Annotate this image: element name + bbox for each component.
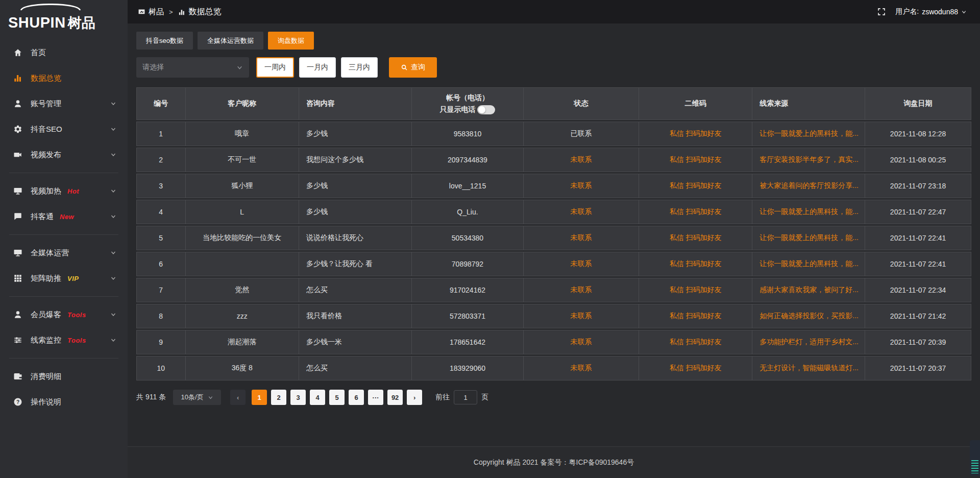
table-row: 6 多少钱？让我死心 看 70898792 未联系 私信 扫码加好友 让你一眼就… <box>136 252 971 276</box>
cell-qrcode[interactable]: 私信 扫码加好友 <box>639 356 752 380</box>
cell-date: 2021-11-07 20:39 <box>865 330 971 354</box>
cell-account: 917024162 <box>412 278 524 302</box>
next-page-button[interactable]: › <box>407 390 422 405</box>
cell-qrcode[interactable]: 私信 扫码加好友 <box>639 226 752 250</box>
sidebar-divider <box>9 296 118 297</box>
cell-source[interactable]: 多功能护栏灯，适用于乡村文... <box>752 330 865 354</box>
logo-text: SHUPIN树品 <box>8 15 128 30</box>
cell-source[interactable]: 无主灯设计，智能磁吸轨道灯... <box>752 356 865 380</box>
goto-label: 前往 <box>435 393 450 402</box>
cell-source[interactable]: 如何正确选择投影仪，买投影... <box>752 304 865 328</box>
cell-qrcode[interactable]: 私信 扫码加好友 <box>639 330 752 354</box>
cell-source[interactable]: 让你一眼就爱上的黑科技，能... <box>752 200 865 224</box>
column-header: 询盘日期 <box>865 87 971 120</box>
prev-page-button[interactable]: ‹ <box>230 390 246 405</box>
sidebar-item-video-heat[interactable]: 视频加热Hot <box>0 178 128 204</box>
page-button-92[interactable]: 92 <box>387 390 403 405</box>
sidebar-badge: VIP <box>67 275 79 282</box>
sidebar-item-account-manage[interactable]: 账号管理 <box>0 91 128 116</box>
sidebar-item-label: 抖音SEO <box>31 125 62 134</box>
tab-全媒体运营数据[interactable]: 全媒体运营数据 <box>198 32 263 50</box>
cell-qrcode[interactable]: 私信 扫码加好友 <box>639 122 752 146</box>
sidebar-item-operation-guide[interactable]: ?操作说明 <box>0 389 128 415</box>
cell-source[interactable]: 让你一眼就爱上的黑科技，能... <box>752 252 865 276</box>
table-row: 9 潮起潮落 多少钱一米 178651642 未联系 私信 扫码加好友 多功能护… <box>136 330 971 354</box>
cell-source[interactable]: 感谢大家喜欢我家，被问了好... <box>752 278 865 302</box>
period-button-三月内[interactable]: 三月内 <box>341 57 378 78</box>
filter-row: 请选择 一周内一月内三月内 查询 <box>136 57 971 78</box>
floating-widget[interactable] <box>970 440 980 476</box>
table-row: 3 狐小狸 多少钱 love__1215 未联系 私信 扫码加好友 被大家追着问… <box>136 174 971 198</box>
cell-nickname: zzz <box>186 304 299 328</box>
chevron-down-icon <box>110 337 116 343</box>
widget-stripes-icon <box>971 460 978 473</box>
page-button-2[interactable]: 2 <box>271 390 286 405</box>
cell-status: 未联系 <box>524 226 639 250</box>
page-more-button[interactable]: ··· <box>368 390 383 405</box>
page-button-5[interactable]: 5 <box>329 390 345 405</box>
app-logo[interactable]: SHUPIN树品 <box>0 0 128 33</box>
cell-qrcode[interactable]: 私信 扫码加好友 <box>639 148 752 172</box>
query-button[interactable]: 查询 <box>389 57 437 78</box>
tab-抖音seo数据[interactable]: 抖音seo数据 <box>136 32 193 50</box>
inquiry-table: 编号客户昵称咨询内容帐号（电话）只显示电话状态二维码线索来源询盘日期 1 哦章 … <box>136 86 971 382</box>
cell-account: love__1215 <box>412 174 524 198</box>
breadcrumb-root[interactable]: 树品 <box>138 7 164 17</box>
sidebar-item-label: 消费明细 <box>31 372 61 381</box>
goto-page-input[interactable] <box>454 390 477 404</box>
cell-qrcode[interactable]: 私信 扫码加好友 <box>639 200 752 224</box>
cell-account: 178651642 <box>412 330 524 354</box>
fullscreen-icon[interactable] <box>877 7 886 16</box>
page-button-3[interactable]: 3 <box>290 390 306 405</box>
period-button-一月内[interactable]: 一月内 <box>299 57 336 78</box>
cell-qrcode[interactable]: 私信 扫码加好友 <box>639 252 752 276</box>
sidebar-item-member-baoke[interactable]: 会员爆客Tools <box>0 302 128 327</box>
sidebar-item-home[interactable]: 首页 <box>0 40 128 65</box>
tab-询盘数据[interactable]: 询盘数据 <box>268 32 314 50</box>
cell-content: 多少钱 <box>299 174 412 198</box>
table-header-row: 编号客户昵称咨询内容帐号（电话）只显示电话状态二维码线索来源询盘日期 <box>136 87 971 120</box>
sidebar-item-douketong[interactable]: 抖客通New <box>0 204 128 229</box>
sidebar-item-video-publish[interactable]: 视频发布 <box>0 142 128 168</box>
footer: Copyright 树品 2021 备案号：粤ICP备09019646号 <box>128 446 980 478</box>
sidebar-item-matrix-boost[interactable]: 矩阵助推VIP <box>0 266 128 291</box>
chevron-down-icon <box>961 9 967 15</box>
query-button-label: 查询 <box>411 63 425 72</box>
data-tabs: 抖音seo数据全媒体运营数据询盘数据 <box>136 32 971 50</box>
page-button-1[interactable]: 1 <box>252 390 267 405</box>
table-row: 8 zzz 我只看价格 572803371 未联系 私信 扫码加好友 如何正确选… <box>136 304 971 328</box>
phone-only-toggle[interactable] <box>477 105 495 114</box>
chevron-down-icon <box>236 64 243 71</box>
breadcrumb-root-label: 树品 <box>149 7 164 17</box>
user-dropdown[interactable]: 用户名: zswodun88 <box>895 7 967 16</box>
cell-account: 50534380 <box>412 226 524 250</box>
sidebar-item-douyin-seo[interactable]: 抖音SEO <box>0 116 128 142</box>
period-button-一周内[interactable]: 一周内 <box>256 57 294 78</box>
account-select[interactable]: 请选择 <box>136 57 249 78</box>
sidebar-item-media-operation[interactable]: 全媒体运营 <box>0 240 128 266</box>
cell-source[interactable]: 被大家追着问的客厅投影分享... <box>752 174 865 198</box>
page-button-4[interactable]: 4 <box>310 390 325 405</box>
cell-source[interactable]: 客厅安装投影半年多了，真实... <box>752 148 865 172</box>
sidebar-item-data-overview[interactable]: 数据总览 <box>0 65 128 91</box>
page-size-select[interactable]: 10条/页 <box>173 390 221 405</box>
table-row: 7 觉然 怎么买 917024162 未联系 私信 扫码加好友 感谢大家喜欢我家… <box>136 278 971 302</box>
chevron-down-icon <box>110 152 116 158</box>
cell-qrcode[interactable]: 私信 扫码加好友 <box>639 278 752 302</box>
topbar: 树品 > 数据总览 用户名: zswodun88 <box>128 0 980 23</box>
sidebar-item-consume-detail[interactable]: 消费明细 <box>0 364 128 389</box>
page-button-6[interactable]: 6 <box>349 390 364 405</box>
cell-content: 多少钱 <box>299 200 412 224</box>
username-value: zswodun88 <box>922 8 958 16</box>
cell-source[interactable]: 让你一眼就爱上的黑科技，能... <box>752 226 865 250</box>
cell-source[interactable]: 让你一眼就爱上的黑科技，能... <box>752 122 865 146</box>
cell-qrcode[interactable]: 私信 扫码加好友 <box>639 304 752 328</box>
monitor-icon <box>13 248 22 257</box>
sidebar-item-label: 首页 <box>31 48 46 58</box>
cell-id: 4 <box>136 200 186 224</box>
cell-qrcode[interactable]: 私信 扫码加好友 <box>639 174 752 198</box>
sidebar-badge: Hot <box>67 187 79 195</box>
sidebar-item-clue-monitor[interactable]: 线索监控Tools <box>0 327 128 353</box>
bar-chart-icon <box>178 8 186 16</box>
app-root: SHUPIN树品 首页数据总览账号管理抖音SEO视频发布视频加热Hot抖客通Ne… <box>0 0 980 478</box>
